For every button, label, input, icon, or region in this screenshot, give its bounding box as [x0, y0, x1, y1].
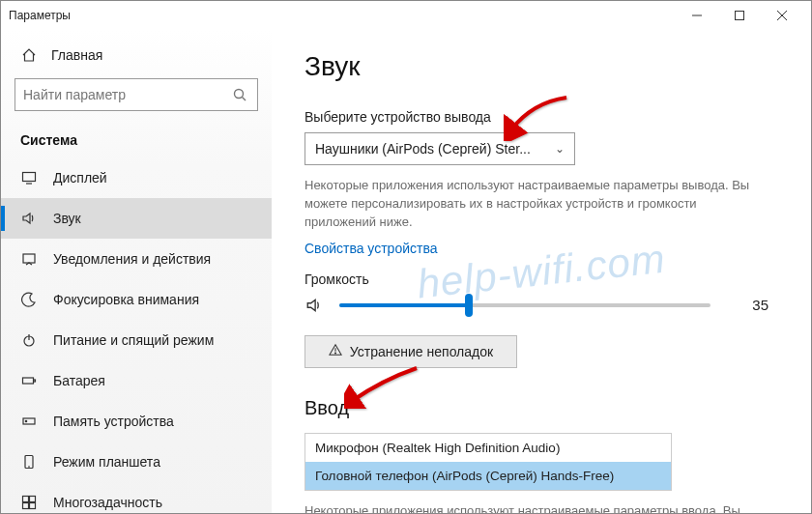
- input-helper-text: Некоторые приложения используют настраив…: [304, 502, 759, 513]
- nav-item-focus[interactable]: Фокусировка внимания: [1, 279, 272, 320]
- display-icon: [20, 170, 38, 186]
- window-body: Главная Система Дисплей Звук Уведомления…: [1, 30, 811, 513]
- nav-label: Уведомления и действия: [53, 251, 211, 267]
- svg-rect-18: [30, 497, 36, 502]
- minimize-button[interactable]: [676, 1, 718, 30]
- search-input[interactable]: [23, 87, 230, 102]
- battery-icon: [20, 373, 38, 388]
- nav-item-display[interactable]: Дисплей: [1, 157, 272, 198]
- home-icon: [20, 47, 38, 63]
- main-panel: help-wifi.com Звук Выберите устройство в…: [272, 30, 811, 513]
- input-device-list[interactable]: Микрофон (Realtek High Definition Audio)…: [304, 433, 672, 491]
- svg-point-4: [235, 90, 244, 99]
- svg-rect-6: [23, 173, 36, 182]
- nav-label: Батарея: [53, 373, 105, 388]
- output-device-dropdown[interactable]: Наушники (AirPods (Сергей) Ster... ⌄: [304, 132, 575, 165]
- output-device-label: Выберите устройство вывода: [304, 109, 778, 125]
- nav-label: Дисплей: [53, 170, 107, 186]
- nav-label: Фокусировка внимания: [53, 292, 199, 307]
- warning-icon: [329, 343, 342, 359]
- dropdown-value: Наушники (AirPods (Сергей) Ster...: [315, 141, 531, 157]
- nav-item-battery[interactable]: Батарея: [1, 360, 272, 401]
- multitask-icon: [20, 495, 38, 510]
- sound-icon: [20, 211, 38, 226]
- nav-label: Режим планшета: [53, 454, 160, 470]
- nav-label: Память устройства: [53, 414, 174, 429]
- svg-rect-20: [30, 503, 36, 509]
- window-title: Параметры: [9, 9, 676, 22]
- svg-line-5: [243, 98, 246, 101]
- volume-slider[interactable]: [339, 303, 710, 307]
- svg-rect-17: [23, 497, 29, 502]
- svg-rect-8: [23, 254, 35, 263]
- speaker-icon[interactable]: [304, 297, 324, 314]
- svg-rect-11: [23, 378, 34, 384]
- svg-rect-1: [736, 12, 744, 20]
- input-section-title: Ввод: [304, 397, 778, 419]
- nav-item-tablet[interactable]: Режим планшета: [1, 442, 272, 482]
- output-helper-text: Некоторые приложения используют настраив…: [304, 177, 759, 232]
- troubleshoot-label: Устранение неполадок: [350, 344, 493, 359]
- device-properties-link[interactable]: Свойства устройства: [304, 241, 438, 256]
- nav-item-sound[interactable]: Звук: [1, 198, 272, 239]
- nav-label: Звук: [53, 211, 81, 226]
- nav-label: Питание и спящий режим: [53, 332, 214, 348]
- close-button[interactable]: [761, 1, 803, 30]
- nav-item-notifications[interactable]: Уведомления и действия: [1, 239, 272, 279]
- svg-point-23: [334, 353, 335, 354]
- maximize-button[interactable]: [718, 1, 761, 30]
- home-link[interactable]: Главная: [1, 40, 272, 72]
- settings-window: Параметры Главная Система Дисплей Звук У…: [0, 0, 812, 514]
- volume-row: 35: [304, 297, 768, 314]
- category-label: Система: [1, 125, 272, 157]
- chevron-down-icon: ⌄: [555, 142, 565, 156]
- nav-item-power[interactable]: Питание и спящий режим: [1, 320, 272, 360]
- nav-item-multitask[interactable]: Многозадачность: [1, 482, 272, 513]
- tablet-icon: [20, 454, 38, 470]
- troubleshoot-button[interactable]: Устранение неполадок: [304, 335, 517, 368]
- volume-label: Громкость: [304, 271, 778, 287]
- search-box[interactable]: [14, 78, 258, 111]
- volume-value: 35: [726, 297, 768, 313]
- sidebar: Главная Система Дисплей Звук Уведомления…: [1, 30, 272, 513]
- home-label: Главная: [51, 47, 102, 63]
- focus-icon: [20, 292, 38, 307]
- search-icon: [230, 87, 249, 102]
- nav-item-storage[interactable]: Память устройства: [1, 401, 272, 442]
- page-title: Звук: [304, 51, 778, 82]
- titlebar: Параметры: [1, 1, 811, 30]
- svg-point-14: [25, 420, 26, 421]
- nav-label: Многозадачность: [53, 495, 162, 510]
- svg-rect-19: [23, 503, 29, 509]
- svg-rect-12: [34, 380, 36, 382]
- power-icon: [20, 332, 38, 348]
- nav-list: Дисплей Звук Уведомления и действия Фоку…: [1, 157, 272, 513]
- storage-icon: [20, 414, 38, 429]
- input-option-0[interactable]: Микрофон (Realtek High Definition Audio): [305, 434, 671, 462]
- input-option-1[interactable]: Головной телефон (AirPods (Сергей) Hands…: [305, 462, 671, 490]
- notifications-icon: [20, 251, 38, 267]
